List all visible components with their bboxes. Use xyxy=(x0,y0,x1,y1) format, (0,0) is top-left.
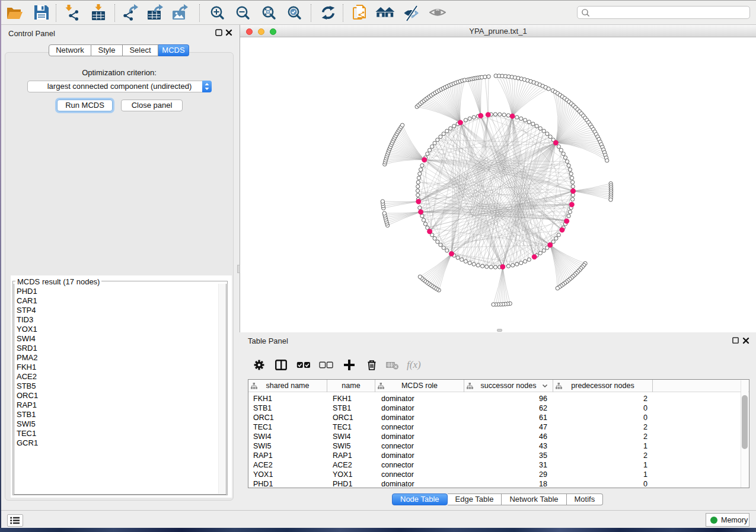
svg-text:f(x): f(x) xyxy=(407,360,421,370)
